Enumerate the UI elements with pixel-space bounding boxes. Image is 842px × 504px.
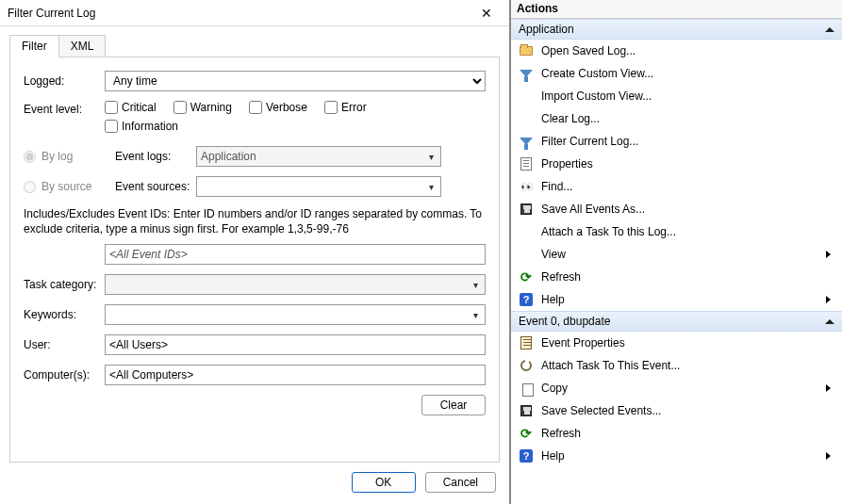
chk-error[interactable]: Error (324, 101, 379, 114)
action-item[interactable]: Clear Log... (511, 107, 842, 130)
chk-critical-input[interactable] (105, 101, 118, 114)
chk-error-input[interactable] (324, 101, 338, 114)
action-item[interactable]: ⟳Refresh (511, 422, 842, 445)
submenu-arrow-icon (826, 251, 831, 258)
action-item-label: Attach a Task To this Log... (541, 225, 834, 238)
label-by-log: By log (41, 150, 117, 163)
dialog-titlebar: Filter Current Log ✕ (0, 0, 509, 26)
save-icon (519, 403, 534, 418)
label-event-level: Event level: (24, 101, 105, 116)
user-input[interactable] (105, 334, 486, 355)
dialog-footer: OK Cancel (0, 463, 509, 504)
tab-filter[interactable]: Filter (9, 35, 59, 57)
action-item-label: Import Custom View... (541, 89, 834, 103)
logged-select[interactable]: Any time (105, 71, 486, 91)
action-item[interactable]: ?Help (511, 445, 842, 467)
filter-dialog: Filter Current Log ✕ Filter XML Logged: … (0, 0, 510, 504)
funnel-icon (519, 66, 534, 81)
chk-warning[interactable]: Warning (173, 101, 232, 114)
clear-button[interactable]: Clear (421, 395, 486, 415)
action-item-label: Create Custom View... (541, 67, 834, 80)
submenu-arrow-icon (826, 384, 831, 392)
label-event-logs: Event logs: (115, 150, 196, 163)
radio-by-source[interactable] (24, 181, 36, 193)
action-item[interactable]: Import Custom View... (511, 85, 842, 107)
collapse-up-icon (825, 27, 834, 32)
action-item-label: Help (541, 293, 818, 306)
action-item-label: Properties (541, 157, 834, 171)
copy-icon (519, 381, 534, 396)
label-keywords: Keywords: (24, 308, 105, 321)
action-item[interactable]: Filter Current Log... (511, 130, 842, 153)
keywords-select[interactable]: ▾ (105, 304, 486, 325)
action-item[interactable]: Attach a Task To this Log... (511, 220, 842, 243)
submenu-arrow-icon (826, 296, 831, 303)
action-item-label: Help (541, 449, 818, 463)
actions-pane: Actions ApplicationOpen Saved Log...Crea… (510, 0, 842, 504)
attach-icon (519, 358, 534, 373)
action-item-label: Refresh (541, 427, 834, 440)
action-item-label: Copy (541, 382, 818, 395)
tab-filter-body: Logged: Any time Event level: Critical (9, 57, 500, 463)
event-ids-help: Includes/Excludes Event IDs: Enter ID nu… (24, 206, 486, 236)
action-item[interactable]: Event Properties (511, 332, 842, 354)
action-item-label: Save All Events As... (541, 203, 834, 216)
save-icon (519, 202, 534, 217)
folder-icon (519, 43, 534, 58)
actions-section-header[interactable]: Event 0, dbupdate (511, 311, 842, 332)
action-item-label: Refresh (541, 270, 834, 284)
chk-verbose-input[interactable] (249, 101, 262, 114)
find-icon: 👀 (519, 179, 534, 194)
radio-by-log[interactable] (24, 151, 36, 163)
task-category-select[interactable]: ▾ (105, 274, 486, 295)
action-item[interactable]: Open Saved Log... (511, 40, 842, 62)
chk-information-input[interactable] (105, 120, 118, 133)
blank-icon (519, 247, 534, 262)
tab-xml[interactable]: XML (58, 35, 107, 57)
actions-title: Actions (511, 0, 842, 19)
action-item[interactable]: ⟳Refresh (511, 266, 842, 288)
action-item[interactable]: Copy (511, 377, 842, 399)
event-ids-input[interactable] (105, 244, 486, 265)
action-item[interactable]: Save All Events As... (511, 198, 842, 220)
label-user: User: (24, 338, 105, 351)
chk-critical[interactable]: Critical (105, 101, 157, 114)
action-item[interactable]: View (511, 243, 842, 266)
chk-verbose[interactable]: Verbose (249, 101, 307, 114)
chk-information[interactable]: Information (105, 120, 178, 133)
help-icon: ? (519, 292, 534, 307)
refresh-icon: ⟳ (519, 269, 534, 285)
funnel-icon (519, 134, 534, 149)
label-computers: Computer(s): (24, 368, 105, 382)
action-item[interactable]: 👀Find... (511, 175, 842, 198)
action-item[interactable]: Properties (511, 153, 842, 175)
computers-input[interactable] (105, 365, 486, 385)
collapse-up-icon (825, 319, 834, 324)
action-item[interactable]: Attach Task To This Event... (511, 354, 842, 377)
action-item-label: Clear Log... (541, 112, 834, 125)
actions-section-title: Event 0, dbupdate (519, 315, 610, 328)
action-item-label: Attach Task To This Event... (541, 359, 834, 372)
action-item[interactable]: ?Help (511, 288, 842, 311)
label-by-source: By source (41, 180, 117, 193)
event-logs-select[interactable]: Application ▾ (196, 146, 441, 167)
tab-strip: Filter XML (9, 34, 509, 57)
refresh-icon: ⟳ (519, 426, 534, 441)
ok-button[interactable]: OK (352, 472, 416, 493)
event-sources-select[interactable]: ▾ (196, 176, 441, 197)
properties-icon (519, 156, 534, 171)
label-task-category: Task category: (24, 278, 105, 291)
submenu-arrow-icon (826, 452, 831, 460)
chevron-down-icon: ▾ (473, 310, 481, 320)
action-item[interactable]: Save Selected Events... (511, 399, 842, 422)
chk-warning-input[interactable] (173, 101, 187, 114)
actions-section-header[interactable]: Application (511, 19, 842, 40)
action-item[interactable]: Create Custom View... (511, 62, 842, 85)
blank-icon (519, 89, 534, 104)
label-logged: Logged: (24, 74, 105, 88)
action-item-label: Save Selected Events... (541, 404, 834, 417)
close-button[interactable]: ✕ (470, 3, 504, 24)
event-props-icon (519, 335, 534, 350)
cancel-button[interactable]: Cancel (425, 472, 496, 493)
action-item-label: Event Properties (541, 336, 834, 350)
